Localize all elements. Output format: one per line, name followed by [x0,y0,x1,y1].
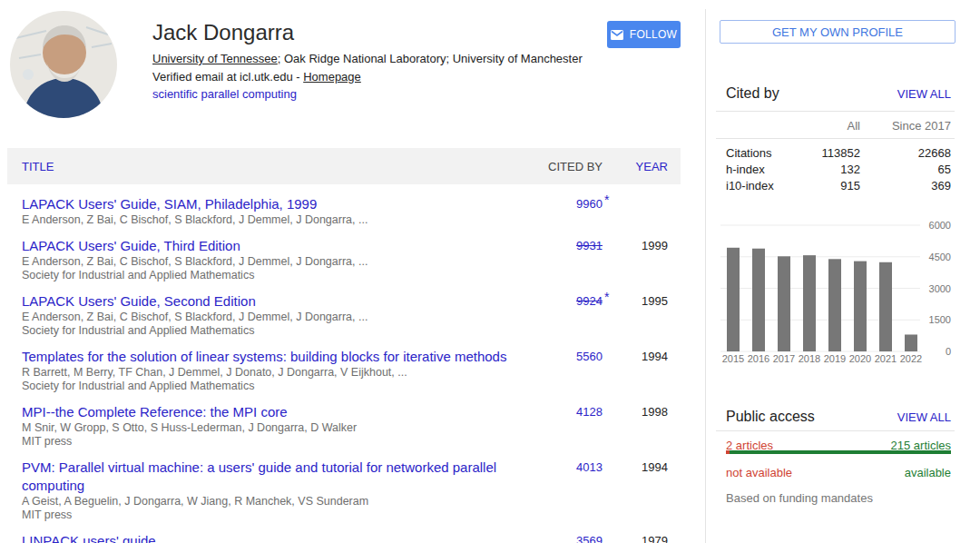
publication-row: LAPACK Users' Guide, Second Edition E An… [7,288,681,343]
funding-mandates-note: Based on funding mandates [726,491,873,505]
cited-by-count-link[interactable]: 4013 [576,460,603,474]
publication-publisher: Society for Industrial and Applied Mathe… [22,380,539,393]
profile-affiliation: University of Tennessee; Oak Ridge Natio… [152,52,583,65]
publication-title-link[interactable]: LAPACK Users' Guide, Third Edition [22,237,539,255]
affiliation-rest: ; Oak Ridge National Laboratory; Univers… [278,52,583,65]
publication-title-link[interactable]: PVM: Parallel virtual machine: a users' … [22,459,539,495]
get-my-own-profile-button[interactable]: GET MY OWN PROFILE [720,20,956,44]
cited-by-view-all[interactable]: VIEW ALL [897,87,951,101]
interest-link[interactable]: scientific parallel computing [152,87,297,101]
publication-authors: A Geist, A Beguelin, J Dongarra, W Jiang… [22,495,539,508]
svg-text:1500: 1500 [929,314,951,325]
col-since-2017: Since 2017 [860,119,951,133]
public-access-header: Public access VIEW ALL [726,409,951,425]
publication-title-link[interactable]: LINPACK users' guide [22,532,539,543]
cited-by-count-link[interactable]: 3569 [576,534,603,543]
affiliation-link[interactable]: University of Tennessee [152,52,278,65]
svg-text:6000: 6000 [929,220,951,231]
publication-row: LAPACK Users' Guide, Third Edition E And… [7,232,681,288]
follow-button[interactable]: FOLLOW [607,21,681,48]
cited-by-count-link[interactable]: 4128 [576,405,603,419]
publication-row: Templates for the solution of linear sys… [7,343,681,399]
vertical-divider [705,9,706,543]
publication-title-link[interactable]: Templates for the solution of linear sys… [22,348,539,366]
public-access-heading[interactable]: Public access [726,409,815,425]
svg-text:2016: 2016 [748,353,769,364]
publication-publisher: Society for Industrial and Applied Mathe… [22,269,539,282]
divider [716,138,955,139]
cited-by-header: Cited by VIEW ALL [726,85,951,102]
stat-since: 65 [860,163,951,176]
cited-by-heading[interactable]: Cited by [726,85,779,102]
merged-citation-asterisk: * [604,193,609,207]
sort-by-year[interactable]: YEAR [636,160,668,173]
publications-list: LAPACK Users' Guide, SIAM, Philadelphia,… [7,184,681,543]
cited-by-count-link[interactable]: 5560 [576,350,603,363]
stat-all: 132 [779,163,860,176]
publication-authors: E Anderson, Z Bai, C Bischof, S Blackfor… [22,213,539,227]
svg-text:2017: 2017 [773,353,795,364]
publication-row: LAPACK Users' Guide, SIAM, Philadelphia,… [7,191,681,232]
cited-by-count-link[interactable]: 9931 [576,239,603,252]
cited-by-count-link[interactable]: 9924 [576,294,603,308]
public-access-view-all[interactable]: VIEW ALL [897,410,951,424]
col-all: All [779,119,860,133]
publications-table: TITLE CITED BY YEAR LAPACK Users' Guide,… [7,148,681,543]
publication-authors: E Anderson, Z Bai, C Bischof, S Blackfor… [22,311,539,324]
svg-text:3000: 3000 [929,283,951,294]
scholar-profile-page: Jack Dongarra University of Tennessee; O… [0,0,980,543]
available-label: available [905,466,951,479]
interests: scientific parallel computing [152,87,297,101]
publication-title-link[interactable]: LAPACK Users' Guide, Second Edition [22,292,539,311]
publication-year: 1994 [642,460,668,474]
stat-all: 915 [779,179,860,193]
publication-authors: R Barrett, M Berry, TF Chan, J Demmel, J… [22,366,539,380]
divider [716,430,955,431]
public-access-bar [726,450,951,454]
cited-by-count-link[interactable]: 9960 [576,197,603,211]
sort-by-title[interactable]: TITLE [22,160,54,173]
not-available-label: not available [726,466,792,479]
publication-title-link[interactable]: LAPACK Users' Guide, SIAM, Philadelphia,… [22,195,539,213]
svg-text:2020: 2020 [849,353,871,364]
stat-label: Citations [726,146,779,160]
publication-row: LINPACK users' guide JJ Dongarra, CB Mol… [7,528,681,543]
citations-per-year-chart[interactable]: 0150030004500600020152016201720182019202… [719,218,956,365]
svg-text:0: 0 [946,346,951,357]
svg-text:2022: 2022 [900,353,922,364]
merged-citation-asterisk: * [604,290,609,304]
svg-text:4500: 4500 [929,252,951,262]
divider [716,111,955,112]
stat-label: h-index [726,163,779,176]
publication-publisher: MIT press [22,508,539,522]
verified-email: Verified email at icl.utk.edu - Homepage [152,70,361,84]
follow-label: FOLLOW [630,28,677,41]
stat-all: 113852 [779,146,860,160]
available-bar-segment [730,450,951,454]
publication-year: 1995 [642,294,668,308]
stat-row-citations: Citations 113852 22668 [726,146,951,160]
public-access-labels: not available available [726,466,951,479]
homepage-link[interactable]: Homepage [303,70,361,84]
publication-year: 1994 [642,350,668,363]
stat-row-h-index: h-index 132 65 [726,163,951,176]
publication-year: 1979 [642,534,668,543]
publication-year: 1998 [642,405,668,419]
stat-row-i10-index: i10-index 915 369 [726,179,951,193]
publications-header-row: TITLE CITED BY YEAR [7,148,681,184]
stat-since: 22668 [860,146,951,160]
stat-label: i10-index [726,179,779,193]
publication-publisher: MIT press [22,435,539,449]
stats-column-headers: All Since 2017 [726,119,951,133]
publication-row: MPI--the Complete Reference: the MPI cor… [7,399,681,454]
publication-title-link[interactable]: MPI--the Complete Reference: the MPI cor… [22,403,539,421]
publication-row: PVM: Parallel virtual machine: a users' … [7,454,681,528]
svg-text:2018: 2018 [799,353,820,364]
envelope-icon [611,30,623,40]
publication-authors: E Anderson, Z Bai, C Bischof, S Blackfor… [22,255,539,269]
verified-email-text: Verified email at icl.utk.edu - [152,70,303,84]
avatar[interactable] [10,11,117,118]
sort-by-cited-label: CITED BY [548,160,603,173]
publication-authors: M Snir, W Gropp, S Otto, S Huss-Lederman… [22,421,539,435]
svg-text:2019: 2019 [824,353,846,364]
